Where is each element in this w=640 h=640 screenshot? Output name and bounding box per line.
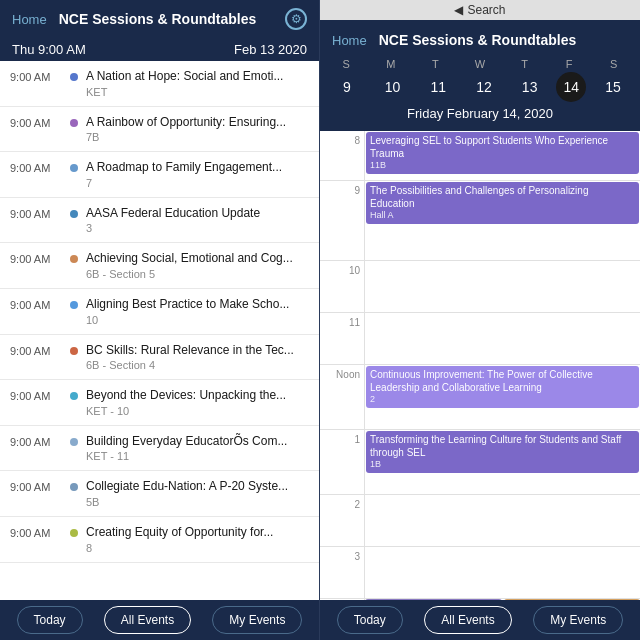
- week-date[interactable]: 14: [556, 72, 586, 102]
- week-date[interactable]: 11: [419, 72, 457, 102]
- list-item[interactable]: 9:00 AM Aligning Best Practice to Make S…: [0, 289, 319, 335]
- week-date[interactable]: 15: [594, 72, 632, 102]
- date-day-label: Thu 9:00 AM: [12, 42, 86, 57]
- list-item[interactable]: 9:00 AM AASA Federal Education Update 3: [0, 198, 319, 244]
- event-time: 9:00 AM: [10, 525, 62, 539]
- cal-event-title: Continuous Improvement: The Power of Col…: [370, 368, 635, 394]
- time-events-container: [364, 547, 640, 598]
- week-day-name: T: [506, 58, 544, 70]
- event-info: A Roadmap to Family Engagement... 7: [86, 160, 309, 189]
- time-label: 4: [320, 599, 364, 600]
- time-row: 11: [320, 313, 640, 365]
- event-sub: KET - 11: [86, 450, 309, 462]
- time-label: 10: [320, 261, 364, 312]
- time-row: 1Transforming the Learning Culture for S…: [320, 430, 640, 495]
- date-full-label: Feb 13 2020: [234, 42, 307, 57]
- event-title: Collegiate Edu-Nation: A P-20 Syste...: [86, 479, 309, 495]
- right-bottom-bar: Today All Events My Events: [320, 600, 640, 640]
- event-info: Achieving Social, Emotional and Cog... 6…: [86, 251, 309, 280]
- list-item[interactable]: 9:00 AM A Roadmap to Family Engagement..…: [0, 152, 319, 198]
- time-row: 3: [320, 547, 640, 599]
- right-home-link[interactable]: Home: [332, 33, 367, 48]
- time-events-container: Transforming the Learning Culture for St…: [364, 430, 640, 494]
- time-events-container: [364, 313, 640, 364]
- time-row: 2: [320, 495, 640, 547]
- week-dates-row[interactable]: 9101112131415: [320, 72, 640, 104]
- list-item[interactable]: 9:00 AM Beyond the Devices: Unpacking th…: [0, 380, 319, 426]
- event-info: A Rainbow of Opportunity: Ensuring... 7B: [86, 115, 309, 144]
- event-info: Beyond the Devices: Unpacking the... KET…: [86, 388, 309, 417]
- week-date[interactable]: 9: [328, 72, 366, 102]
- right-my-events-button[interactable]: My Events: [533, 606, 623, 634]
- search-label[interactable]: Search: [467, 3, 505, 17]
- event-sub: 6B - Section 5: [86, 268, 309, 280]
- list-item[interactable]: 9:00 AM A Rainbow of Opportunity: Ensuri…: [0, 107, 319, 153]
- list-item[interactable]: 9:00 AM BC Skills: Rural Relevance in th…: [0, 335, 319, 381]
- calendar-event[interactable]: Leadership for Collective Efficacy: On..…: [504, 599, 641, 600]
- event-time: 9:00 AM: [10, 479, 62, 493]
- time-row: 4Leading with SEL: Social and Emotional …: [320, 599, 640, 600]
- time-events-container: [364, 495, 640, 546]
- event-time: 9:00 AM: [10, 115, 62, 129]
- list-item[interactable]: 9:00 AM Building Everyday EducatorÕs Com…: [0, 426, 319, 472]
- event-sub: KET - 10: [86, 405, 309, 417]
- left-top-nav: Home NCE Sessions & Roundtables ⚙: [0, 0, 319, 38]
- event-dot: [70, 119, 78, 127]
- time-row: 10: [320, 261, 640, 313]
- week-day-name: W: [461, 58, 499, 70]
- event-sub: 7B: [86, 131, 309, 143]
- event-title: A Rainbow of Opportunity: Ensuring...: [86, 115, 309, 131]
- time-label: 1: [320, 430, 364, 494]
- time-events-container: Continuous Improvement: The Power of Col…: [364, 365, 640, 429]
- week-date[interactable]: 10: [374, 72, 412, 102]
- calendar-event[interactable]: The Possibilities and Challenges of Pers…: [366, 182, 639, 224]
- event-dot: [70, 164, 78, 172]
- event-time: 9:00 AM: [10, 343, 62, 357]
- time-label: 8: [320, 131, 364, 180]
- event-title: BC Skills: Rural Relevance in the Tec...: [86, 343, 309, 359]
- right-panel: ◀ Search Home NCE Sessions & Roundtables…: [320, 0, 640, 640]
- list-item[interactable]: 9:00 AM Achieving Social, Emotional and …: [0, 243, 319, 289]
- event-title: Creating Equity of Opportunity for...: [86, 525, 309, 541]
- list-item[interactable]: 9:00 AM A Nation at Hope: Social and Emo…: [0, 61, 319, 107]
- time-row: NoonContinuous Improvement: The Power of…: [320, 365, 640, 430]
- event-info: BC Skills: Rural Relevance in the Tec...…: [86, 343, 309, 372]
- right-all-events-button[interactable]: All Events: [424, 606, 511, 634]
- event-info: Collegiate Edu-Nation: A P-20 Syste... 5…: [86, 479, 309, 508]
- calendar-event[interactable]: Transforming the Learning Culture for St…: [366, 431, 639, 473]
- left-home-link[interactable]: Home: [12, 12, 47, 27]
- week-day-name: M: [372, 58, 410, 70]
- event-sub: 10: [86, 314, 309, 326]
- settings-icon[interactable]: ⚙: [285, 8, 307, 30]
- left-my-events-button[interactable]: My Events: [212, 606, 302, 634]
- split-events-container: Leading with SEL: Social and Emotional L…: [365, 599, 640, 600]
- event-title: A Nation at Hope: Social and Emoti...: [86, 69, 309, 85]
- left-bottom-bar: Today All Events My Events: [0, 600, 319, 640]
- time-label: Noon: [320, 365, 364, 429]
- time-label: 9: [320, 181, 364, 260]
- left-all-events-button[interactable]: All Events: [104, 606, 191, 634]
- calendar-event[interactable]: Leading with SEL: Social and Emotional L…: [365, 599, 502, 600]
- event-info: Creating Equity of Opportunity for... 8: [86, 525, 309, 554]
- calendar-header: Home NCE Sessions & Roundtables SMTWTFS …: [320, 20, 640, 131]
- week-date[interactable]: 13: [511, 72, 549, 102]
- event-title: AASA Federal Education Update: [86, 206, 309, 222]
- event-sub: 5B: [86, 496, 309, 508]
- calendar-event[interactable]: Leveraging SEL to Support Students Who E…: [366, 132, 639, 174]
- event-info: A Nation at Hope: Social and Emoti... KE…: [86, 69, 309, 98]
- event-title: A Roadmap to Family Engagement...: [86, 160, 309, 176]
- event-info: Aligning Best Practice to Make Scho... 1…: [86, 297, 309, 326]
- left-panel: Home NCE Sessions & Roundtables ⚙ Thu 9:…: [0, 0, 320, 640]
- time-events-container: Leading with SEL: Social and Emotional L…: [364, 599, 640, 600]
- left-today-button[interactable]: Today: [17, 606, 83, 634]
- event-time: 9:00 AM: [10, 69, 62, 83]
- right-today-button[interactable]: Today: [337, 606, 403, 634]
- calendar-event[interactable]: Continuous Improvement: The Power of Col…: [366, 366, 639, 408]
- time-events-container: Leveraging SEL to Support Students Who E…: [364, 131, 640, 180]
- week-date[interactable]: 12: [465, 72, 503, 102]
- list-item[interactable]: 9:00 AM Collegiate Edu-Nation: A P-20 Sy…: [0, 471, 319, 517]
- list-item[interactable]: 9:00 AM Creating Equity of Opportunity f…: [0, 517, 319, 563]
- week-day-name: F: [550, 58, 588, 70]
- time-grid: 8Leveraging SEL to Support Students Who …: [320, 131, 640, 600]
- cal-event-sub: 1B: [370, 459, 635, 471]
